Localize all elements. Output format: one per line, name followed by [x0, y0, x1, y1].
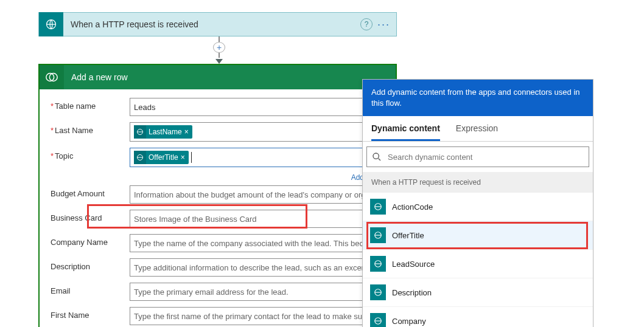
globe-icon — [370, 199, 386, 215]
row-first-name: First Name Type the first name of the pr… — [51, 307, 394, 325]
row-table-name: Table name Leads — [51, 98, 394, 116]
remove-token-icon[interactable]: × — [181, 153, 185, 162]
row-topic: Topic OfferTitle × — [51, 148, 394, 167]
input-last-name[interactable]: LastName × — [130, 122, 394, 142]
row-last-name: Last Name LastName × — [51, 122, 394, 142]
token-lastname[interactable]: LastName × — [134, 125, 192, 139]
dynamic-content-panel: Add dynamic content from the apps and co… — [362, 79, 593, 327]
tab-expression[interactable]: Expression — [456, 116, 498, 141]
connector-arrow: + — [214, 36, 224, 64]
token-offertitle[interactable]: OfferTitle × — [134, 151, 189, 164]
input-company-name[interactable]: Type the name of the company associated … — [130, 234, 394, 252]
label-table-name: Table name — [51, 98, 130, 111]
input-topic[interactable]: OfferTitle × — [130, 148, 394, 167]
row-budget-amount: Budget Amount Information about the budg… — [51, 185, 394, 204]
label-budget-amount: Budget Amount — [51, 185, 130, 198]
dynamic-item-description[interactable]: Description — [363, 278, 593, 307]
dynamic-item-actioncode[interactable]: ActionCode — [363, 193, 593, 221]
trigger-title: When a HTTP request is received — [63, 19, 360, 29]
help-icon[interactable]: ? — [360, 18, 373, 30]
action-body: Table name Leads Last Name LastName × To… — [40, 89, 396, 327]
row-email: Email Type the primary email address for… — [51, 283, 394, 301]
globe-icon — [370, 256, 386, 272]
label-description: Description — [51, 258, 130, 271]
tab-dynamic-content[interactable]: Dynamic content — [371, 116, 440, 141]
trigger-card[interactable]: When a HTTP request is received ? ··· — [38, 12, 397, 36]
value-table-name: Leads — [134, 103, 155, 112]
svg-point-5 — [373, 153, 379, 159]
row-description: Description Type additional information … — [51, 258, 394, 277]
dataverse-icon — [40, 65, 64, 89]
dynamic-panel-tabs: Dynamic content Expression — [363, 116, 593, 142]
input-first-name[interactable]: Type the first name of the primary conta… — [130, 307, 394, 325]
dynamic-search-input[interactable] — [387, 152, 584, 162]
row-company-name: Company Name Type the name of the compan… — [51, 234, 394, 252]
remove-token-icon[interactable]: × — [184, 128, 189, 136]
dynamic-group-header: When a HTTP request is received — [363, 172, 593, 193]
action-card: Add a new row Table name Leads Last Name… — [38, 64, 397, 327]
input-email[interactable]: Type the primary email address for the l… — [130, 283, 394, 301]
search-icon — [372, 152, 382, 162]
label-topic: Topic — [51, 148, 130, 160]
label-first-name: First Name — [51, 307, 130, 320]
dynamic-item-company[interactable]: Company — [363, 307, 593, 327]
globe-icon — [370, 284, 386, 300]
input-description[interactable]: Type additional information to describe … — [130, 258, 394, 277]
more-menu-icon[interactable]: ··· — [377, 18, 390, 31]
dynamic-search[interactable] — [366, 146, 589, 167]
globe-icon — [134, 151, 146, 164]
input-table-name[interactable]: Leads — [130, 98, 394, 116]
label-last-name: Last Name — [51, 122, 130, 135]
add-step-button[interactable]: + — [213, 42, 225, 53]
globe-icon — [370, 227, 386, 243]
globe-icon — [370, 313, 386, 327]
label-company-name: Company Name — [51, 234, 130, 247]
dynamic-item-offertitle[interactable]: OfferTitle — [363, 221, 593, 250]
add-dynamic-content-link[interactable]: Add dynamic — [51, 173, 393, 182]
label-email: Email — [51, 283, 130, 295]
action-title: Add a new row — [64, 72, 128, 82]
action-header[interactable]: Add a new row — [40, 65, 396, 89]
globe-icon — [134, 125, 146, 139]
dynamic-panel-header: Add dynamic content from the apps and co… — [363, 80, 593, 116]
highlight-topic-row — [87, 204, 307, 229]
dynamic-item-leadsource[interactable]: LeadSource — [363, 250, 593, 278]
text-cursor — [191, 152, 192, 163]
http-request-icon — [39, 12, 63, 36]
input-budget-amount[interactable]: Information about the budget amount of t… — [130, 185, 394, 204]
